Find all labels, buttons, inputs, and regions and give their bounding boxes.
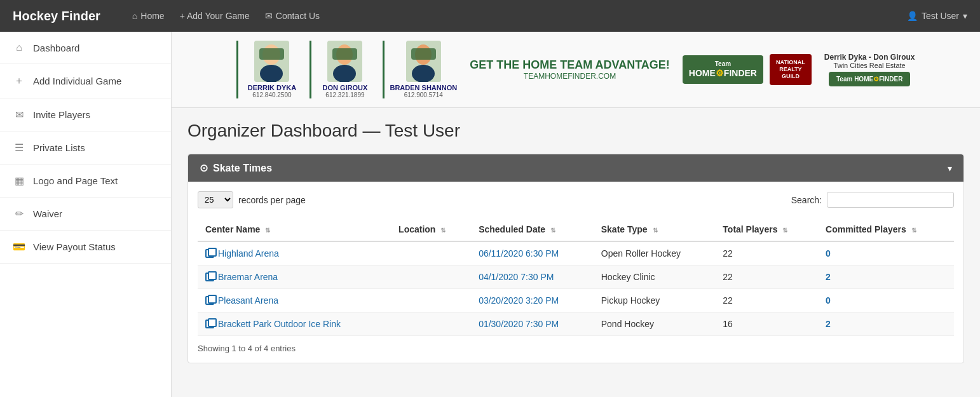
- add-icon: ＋: [13, 74, 25, 88]
- records-per-page-select[interactable]: 25 50 100: [198, 191, 233, 208]
- svg-point-7: [333, 65, 356, 82]
- cell-center-0: Highland Arena: [198, 241, 391, 266]
- page-content: Organizer Dashboard — Test User ⊙ Skate …: [172, 108, 980, 376]
- list-icon: ☰: [13, 142, 25, 154]
- center-link-2[interactable]: Pleasant Arena: [205, 295, 383, 306]
- committed-link-0[interactable]: 0: [826, 248, 831, 259]
- committed-link-3[interactable]: 2: [826, 319, 831, 329]
- cell-skate-type-0: Open Roller Hockey: [594, 241, 716, 266]
- player-phone-0: 612.840.2500: [252, 91, 291, 98]
- search-label: Search:: [791, 195, 822, 205]
- date-link-1[interactable]: 04/1/2020 7:30 PM: [479, 272, 554, 282]
- top-nav: Hockey Finder ⌂ Home + Add Your Game ✉ C…: [0, 0, 980, 32]
- cell-location-0: [391, 241, 471, 266]
- svg-rect-6: [332, 48, 357, 60]
- nav-add-game[interactable]: + Add Your Game: [180, 11, 250, 21]
- skate-times-panel: ⊙ Skate Times ▾ 25 50 100: [187, 154, 964, 363]
- sidebar-item-dashboard[interactable]: ⌂ Dashboard: [0, 32, 171, 64]
- cell-committed-2: 0: [818, 289, 954, 313]
- envelope-icon: ✉: [13, 109, 25, 121]
- ad-subheadline: TEAMHOMEFINDER.COM: [470, 72, 670, 81]
- sort-icon-committed[interactable]: ⇅: [911, 227, 916, 234]
- sidebar-item-waiver[interactable]: ✏ Waiver: [0, 198, 171, 231]
- table-row: Highland Arena 06/11/2020 6:30 PM Open R…: [198, 241, 954, 266]
- sort-icon-date[interactable]: ⇅: [550, 227, 555, 234]
- cell-skate-type-2: Pickup Hockey: [594, 289, 716, 313]
- user-menu[interactable]: 👤 Test User ▾: [907, 11, 967, 21]
- panel-body: 25 50 100 records per page Search:: [188, 182, 963, 363]
- cell-total-1: 22: [715, 266, 818, 289]
- brand-logo: Hockey Finder: [13, 9, 100, 24]
- realty-logo: NATIONALREALTYGUILD: [770, 54, 812, 84]
- page-title: Organizer Dashboard — Test User: [187, 121, 964, 141]
- cell-location-3: [391, 313, 471, 336]
- sort-icon-skate-type[interactable]: ⇅: [653, 227, 658, 234]
- table-row: Braemar Arena 04/1/2020 7:30 PM Hockey C…: [198, 266, 954, 289]
- player-cards: DERRIK DYKA 612.840.2500 DON GIROUX: [236, 41, 457, 98]
- copy-icon-3: [205, 320, 214, 328]
- nav-contact[interactable]: ✉ Contact Us: [265, 11, 320, 21]
- player-avatar-2: [406, 41, 441, 82]
- center-advertisement: GET THE HOME TEAM ADVANTAGE! TEAMHOMEFIN…: [470, 58, 670, 81]
- center-link-3[interactable]: Brackett Park Outdoor Ice Rink: [205, 319, 383, 329]
- date-link-0[interactable]: 06/11/2020 6:30 PM: [479, 248, 559, 259]
- sidebar-item-logo-page-text[interactable]: ▦ Logo and Page Text: [0, 165, 171, 198]
- envelope-icon: ✉: [265, 11, 273, 21]
- cell-location-1: [391, 266, 471, 289]
- player-card-0: DERRIK DYKA 612.840.2500: [236, 41, 300, 98]
- copy-icon-0: [205, 249, 214, 258]
- col-location: Location ⇅: [391, 218, 471, 241]
- sidebar-item-label: Waiver: [33, 208, 62, 219]
- sidebar-item-private-lists[interactable]: ☰ Private Lists: [0, 131, 171, 165]
- col-skate-type: Skate Type ⇅: [594, 218, 716, 241]
- sort-icon-center[interactable]: ⇅: [265, 227, 270, 234]
- player-name-2: BRADEN SHANNON: [390, 84, 457, 91]
- cell-location-2: [391, 289, 471, 313]
- cell-committed-1: 2: [818, 266, 954, 289]
- cell-date-3: 01/30/2020 7:30 PM: [471, 313, 594, 336]
- search-input[interactable]: [827, 192, 954, 208]
- copy-icon-1: [205, 273, 214, 281]
- center-link-0[interactable]: Highland Arena: [205, 248, 383, 259]
- sidebar-item-add-individual-game[interactable]: ＋ Add Individual Game: [0, 64, 171, 98]
- panel-header: ⊙ Skate Times ▾: [188, 154, 963, 182]
- sidebar-item-invite-players[interactable]: ✉ Invite Players: [0, 98, 171, 131]
- col-total-players: Total Players ⇅: [715, 218, 818, 241]
- sidebar: ⌂ Dashboard ＋ Add Individual Game ✉ Invi…: [0, 32, 172, 397]
- sort-icon-location[interactable]: ⇅: [440, 227, 446, 234]
- nav-home[interactable]: ⌂ Home: [132, 11, 165, 21]
- table-row: Pleasant Arena 03/20/2020 3:20 PM Pickup…: [198, 289, 954, 313]
- sidebar-item-label: Private Lists: [33, 142, 85, 153]
- collapse-icon[interactable]: ▾: [948, 163, 952, 173]
- advertisement-banner: DERRIK DYKA 612.840.2500 DON GIROUX: [172, 32, 980, 108]
- player-avatar-1: [327, 41, 362, 82]
- table-header-row: Center Name ⇅ Location ⇅ Scheduled Date …: [198, 218, 954, 241]
- cell-total-2: 22: [715, 289, 818, 313]
- col-center-name: Center Name ⇅: [198, 218, 391, 241]
- cell-date-2: 03/20/2020 3:20 PM: [471, 289, 594, 313]
- right-advertisement: Derrik Dyka - Don Giroux Twin Cities Rea…: [824, 53, 915, 86]
- copy-icon-2: [205, 296, 214, 305]
- sidebar-item-label: Logo and Page Text: [33, 175, 118, 186]
- committed-link-1[interactable]: 2: [826, 272, 831, 282]
- ad-headline: GET THE HOME TEAM ADVANTAGE!: [470, 58, 670, 72]
- svg-rect-10: [411, 48, 436, 60]
- sort-icon-total[interactable]: ⇅: [782, 227, 787, 234]
- clock-icon: ⊙: [200, 162, 208, 174]
- dashboard-icon: ⌂: [13, 42, 25, 53]
- main-layout: ⌂ Dashboard ＋ Add Individual Game ✉ Invi…: [0, 32, 980, 397]
- center-link-1[interactable]: Braemar Arena: [205, 272, 383, 282]
- svg-point-3: [260, 65, 283, 82]
- sidebar-item-label: Add Individual Game: [33, 76, 121, 86]
- cell-total-3: 16: [715, 313, 818, 336]
- committed-link-2[interactable]: 0: [826, 295, 831, 306]
- date-link-3[interactable]: 01/30/2020 7:30 PM: [479, 319, 559, 329]
- svg-rect-2: [259, 48, 284, 60]
- table-controls: 25 50 100 records per page Search:: [198, 191, 954, 208]
- panel-title: ⊙ Skate Times: [200, 162, 272, 174]
- player-phone-2: 612.900.5714: [404, 91, 443, 98]
- cell-committed-3: 2: [818, 313, 954, 336]
- date-link-2[interactable]: 03/20/2020 3:20 PM: [479, 295, 559, 306]
- sidebar-item-view-payout-status[interactable]: 💳 View Payout Status: [0, 231, 171, 264]
- table-footer: Showing 1 to 4 of 4 entries: [198, 336, 954, 353]
